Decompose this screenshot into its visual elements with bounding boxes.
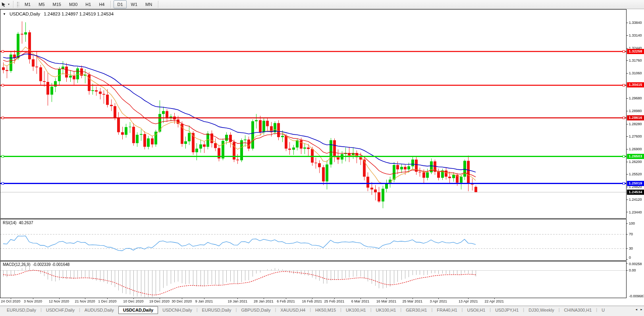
price-axis-label: 1.23440 [629,210,642,214]
date-axis-label: 30 Dec 2020 [172,299,192,303]
macd-axis-label: 0.00 [629,268,636,272]
price-axis-label: 1.27600 [629,134,642,138]
rsi-axis-label: 70 [629,232,633,236]
macd-axis-label: 0.00258 [629,262,642,266]
symbol-tab-uk100-h1[interactable]: UK100,H1 [341,306,370,314]
symbol-tab-dj30-weekly[interactable]: DJ30,Weekly [524,306,559,314]
toolbar-separator [110,1,111,8]
date-axis-label: 6 Mar 2021 [351,299,370,303]
timeframe-button-h1[interactable]: H1 [82,0,94,8]
toolbar-separator [13,1,14,8]
date-axis-label: 6 Feb 2021 [277,299,295,303]
price-axis-label: 1.28280 [629,122,642,126]
macd-values: -0.002339 -0.001648 [33,262,69,267]
rsi-axis-label: 100 [629,221,635,225]
chart-menu-icon[interactable]: ▼ [3,12,6,16]
price-axis-label: 1.33140 [629,33,642,37]
toolbar-separator [158,1,159,8]
hline-price-tag: 1.28616 [627,115,644,120]
rsi-axis-label: 0 [629,256,631,260]
chevron-down-icon[interactable]: ▼ [8,3,10,6]
rsi-axis-label: 30 [629,246,633,250]
date-axis-label: 16 Feb 2021 [302,299,322,303]
price-axis-label: 1.28980 [629,109,642,113]
symbol-tab-u[interactable]: U [597,306,609,314]
macd-name: MACD(12,26,9) [3,262,30,267]
symbol-tab-gbpusd-daily[interactable]: GBPUSD,Daily [237,306,275,314]
date-axis-label: 1 Dec 2020 [98,299,116,303]
chart-title: ▼ USDCAD,Daily 1.24823 1.24897 1.24519 1… [3,12,114,16]
timeframe-button-h4[interactable]: H4 [95,0,108,8]
date-axis-label: 25 Feb 2021 [324,299,345,303]
date-axis-label: 19 Dec 2020 [149,299,170,303]
price-axis-label: 1.26900 [629,147,642,151]
price-axis-label: 1.25520 [629,172,642,176]
symbol-tab-usoil-h1[interactable]: USOil,H1 [463,306,490,314]
rsi-value: 40.2637 [19,221,33,225]
symbol-tab-xauusd-h4[interactable]: XAUUSD,H4 [276,306,310,314]
symbol-tab-usdcnh-daily[interactable]: USDCNH,Daily [158,306,197,314]
symbol-tab-uk100-h1[interactable]: UK100,H1 [372,306,401,314]
symbol-tab-hk50-m15[interactable]: HK50,M15 [311,306,340,314]
hline-price-tag: 1.26503 [627,154,644,159]
symbol-tab-usdjpy-h1[interactable]: USDJPY,H1 [491,306,523,314]
timeframe-button-m1[interactable]: M1 [21,0,34,8]
symbol-tab-ger30-h1[interactable]: GER30,H1 [401,306,431,314]
timeframe-button-w1[interactable]: W1 [127,0,141,8]
price-axis-label: 1.31060 [629,71,642,75]
price-axis-label: 1.29680 [629,96,642,100]
date-axis-label: 28 Jan 2021 [254,299,274,303]
date-axis-label: 10 Dec 2020 [123,299,143,303]
cursor-glyph [1,2,6,7]
price-axis-label: 1.31760 [629,58,642,62]
tab-scroll-left-icon[interactable]: ◄ [635,308,638,311]
current-price-tag: 1.24534 [627,190,644,195]
date-axis-label: 22 Apr 2021 [485,299,504,303]
timeframe-buttons: M1M5M15M30H1H4D1W1MN [21,0,161,8]
rsi-name: RSI(14) [3,221,16,225]
date-axis-label: 9 Jan 2021 [195,299,213,303]
toolbar-drag-grip[interactable] [17,2,19,7]
symbol-tab-china300-h1[interactable]: CHINA300,H1 [560,306,596,314]
date-axis-label: 3 Nov 2020 [24,299,42,303]
hline-price-tag: 1.32258 [627,49,644,54]
price-axis-label: 1.33840 [629,21,642,25]
symbol-tab-eurusd-daily[interactable]: EURUSD,Daily [2,306,40,314]
date-axis-label: 24 Oct 2020 [1,299,20,303]
date-axis-label: 21 Nov 2020 [75,299,95,303]
date-axis-label: 12 Nov 2020 [49,299,69,303]
price-axis-label: 1.26200 [629,160,642,164]
macd-axis-label: -0.009687 [629,294,644,298]
date-axis-label: 16 Mar 2021 [376,299,397,303]
timeframe-button-m30[interactable]: M30 [66,0,81,8]
date-axis-label: 3 Apr 2021 [430,299,447,303]
hline-price-tag: 1.25019 [627,181,644,186]
symbol-tab-usdcad-daily[interactable]: USDCAD,Daily [118,306,158,314]
symbol-tab-fra40-h1[interactable]: FRA40,H1 [432,306,461,314]
mt4-chart-window: { "icons": {"collapse":"▼","tool_caret":… [0,0,644,316]
hline-price-tag: 1.30415 [627,82,644,87]
symbol-tab-usdchf-daily[interactable]: USDCHF,Daily [42,306,79,314]
chart-symbol-label: USDCAD,Daily [10,12,40,16]
tab-scroll-arrows: ◄ ► [635,308,643,311]
date-axis-label: 25 Mar 2021 [402,299,422,303]
price-axis-label: 1.24120 [629,198,642,202]
timeframe-button-d1[interactable]: D1 [114,0,126,8]
date-axis-label: 19 Jan 2021 [228,299,248,303]
tab-scroll-right-icon[interactable]: ► [640,308,643,311]
chart-ohlc-values: 1.24823 1.24897 1.24519 1.24534 [44,12,114,16]
timeframe-button-m5[interactable]: M5 [35,0,48,8]
chart-canvas[interactable] [0,0,644,316]
crosshair-cursor-icon[interactable]: ▼ [0,2,11,8]
symbol-tab-eurusd-daily[interactable]: EURUSD,Daily [198,306,236,314]
macd-indicator-label: MACD(12,26,9) -0.002339 -0.001648 [3,262,69,267]
date-axis-label: 13 Apr 2021 [459,299,478,303]
toolbar: ▼ M1M5M15M30H1H4D1W1MN [0,0,644,9]
timeframe-button-m15[interactable]: M15 [49,0,65,8]
timeframe-button-mn[interactable]: MN [142,0,156,8]
symbol-tabs: EURUSD,Daily|USDCHF,Daily|AUDUSD,DailyUS… [0,306,644,316]
symbol-tab-audusd-daily[interactable]: AUDUSD,Daily [80,306,118,314]
rsi-indicator-label: RSI(14) 40.2637 [3,221,33,225]
